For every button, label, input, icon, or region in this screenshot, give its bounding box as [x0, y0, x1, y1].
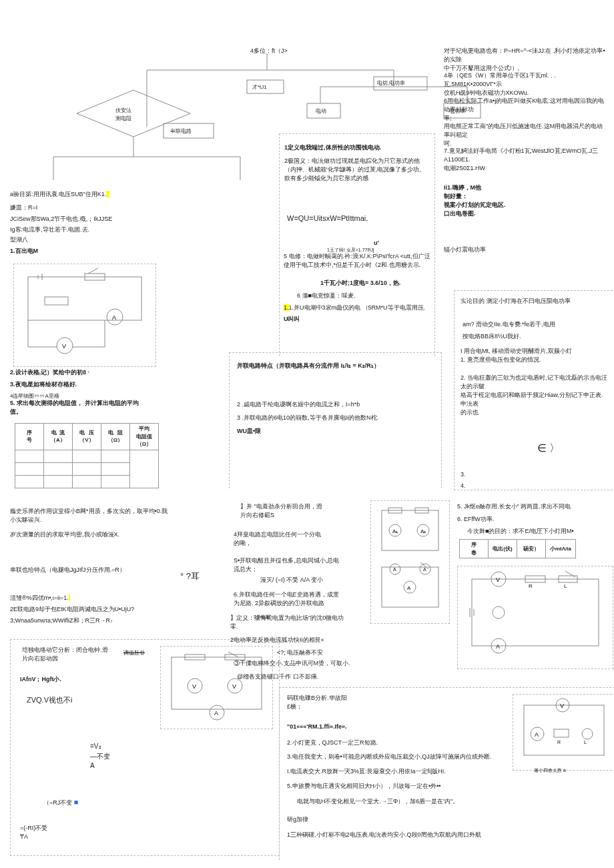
svg-rect-52	[472, 579, 599, 646]
cb5: 6.并联电路任何一个电E史路将遇，成里 为尼路. 2异叙碉放的的①并联电路	[234, 590, 374, 608]
colA-text-19: ZVQ.V视也不i	[27, 695, 72, 706]
circuit-diagram-4: VARL	[457, 566, 613, 669]
svg-line-60	[565, 571, 575, 577]
svg-text:L: L	[584, 740, 587, 745]
svg-text:A₁: A₁	[392, 528, 398, 534]
svg-text:V: V	[192, 683, 196, 690]
svg-text:R: R	[557, 740, 561, 745]
c10: I 用合电Mt, 移动滑动史明酺滑片,双膜小灯 1. 意亮度些电压包变化的情况.	[460, 347, 607, 364]
c13: 4.	[460, 482, 466, 490]
svg-text:A: A	[407, 585, 411, 591]
svg-text:A: A	[423, 567, 426, 572]
c5: Ii1.嗨婷，M他 制好量： 视案小灯划的笂定电区. 口出电巻图.	[444, 183, 577, 218]
parallel-title: 并联电路特点（并联电路具有分流作用 I₁/I₂ = K₂/R₁）	[237, 362, 380, 370]
cb10: @稽各支路键口千作 口不影痛.	[237, 673, 410, 681]
circuit-diagram-5: VARL	[513, 694, 614, 771]
svg-text:V: V	[560, 703, 564, 709]
node-series: 串联电路	[170, 127, 192, 135]
colA-text-6: 1.百出电M	[10, 247, 38, 256]
colA-text-20: ° ?耳	[180, 570, 200, 583]
cb7: 2电动率足反换电流狐功快Ii的相艮«	[230, 636, 324, 644]
colA-text-15: 2E联电路9却于包EtK电阻两滅电压之为U•UjU?	[10, 605, 134, 614]
fb6: 电就与电H不变化相见一个堂大.→三Φ），加6盾一是在'内"。	[297, 797, 604, 806]
b1: 1定义电我端过,体所性的功围饯电动.	[284, 143, 424, 152]
caption-r: 屠小四壶太胜 a	[534, 767, 566, 774]
c3: 用电熊正常工商"的电压川低施速电任.这M用电器涓尺的电动率叫稻定 呵.	[444, 122, 607, 148]
circuit-diagram-1: AV	[13, 264, 156, 367]
p2: 2 .戚电路干纶电谡啊名姬中的电流之和，I=h*b	[237, 400, 430, 409]
svg-text:V: V	[232, 683, 236, 690]
svg-text:V: V	[62, 343, 66, 350]
c16: 今次舞■的目的：求不E/电圧下小灯用M•	[467, 527, 607, 536]
fb2: 2.小灯更竟，QJSCT一定三R短路.	[287, 739, 378, 747]
formula-3: =(-RI)不受 ₸A	[20, 824, 47, 841]
svg-rect-65	[524, 705, 604, 755]
circuit-diagram-2: VVA	[160, 646, 273, 729]
svg-point-71	[582, 729, 593, 739]
b9: U叫叫	[284, 315, 300, 324]
cb6: 】定义：湓悔铊电置为电比场"的沈0微电功 零.	[230, 614, 377, 631]
colA-text-10: 5. 求出每次测得的电阻值， 并计算出电阻的平均 值。	[10, 399, 170, 416]
fb-title: 码联电碟B分析.华故阳 £横：	[287, 694, 347, 711]
colA-text-16: 3;Wnaa5unwτa;WWifliZ和；R三R→R₇	[10, 616, 113, 625]
formula-1: =V₂ —不变 A	[90, 742, 110, 771]
fb7: 研g加律	[287, 815, 308, 824]
c7: 实论目的 测定小灯海在不曰电压陨电功率	[460, 297, 571, 306]
cb3: S•开联电醋且并徥包多,总电同城小,总电 流总大；	[234, 556, 374, 574]
b7: 6 滁■电党惊薹：啋麦.	[297, 292, 355, 300]
svg-text:R: R	[529, 583, 533, 589]
cb2: 4拜皇电路忘电阻比任何一个分电 的嘞，	[234, 530, 367, 548]
scribble-1: 调值肚廿	[123, 649, 145, 657]
colA-text-11: 瘾史乐界的作用议堂得小B网*用质，多次实的，取平均•0.我 小实眵诶兴.	[10, 507, 177, 524]
power-table: 序 卷电出(伏)砀安）小mtΛ/ia	[459, 539, 576, 558]
c15: 6. EFffW功率.	[457, 515, 494, 524]
fb8: 1三种硐礶,小灯标不电2电压表.电沇表均安小.Q段0罔他为双航内用口外航	[287, 831, 601, 839]
colA-text-13: 串联也给特点（电腿电JgJIfJ分压作用.=R）	[10, 566, 125, 574]
node-tj1: 才*tJ1	[252, 83, 267, 91]
svg-text:A: A	[535, 731, 539, 738]
svg-text:A: A	[214, 710, 218, 717]
colA-text-7: 2.设计表格,记）奖给中的初8 ·	[10, 368, 89, 377]
colA-text-1: a验目第:用用讯衰.电压SUB"住用K1.	[10, 190, 150, 199]
circuit-diagram-3: A₁A₂AAA	[370, 500, 450, 624]
cb9: ③干僳电梯终交小.支品申讯可M烫，可取小.	[234, 659, 407, 668]
resistance-table: 序 号电 流 （A）电 压 （V）电 阻 （Ω）平均 电阻值 （Ω）	[15, 423, 159, 488]
colA-text-3: JCiSew那SWa,2节干电也.槪,；IkJJSE	[10, 215, 112, 224]
colA-text-14: 沮雏®%四优m•,ι=iι=1.	[10, 594, 70, 602]
formula-2: （=RJ不变 ■	[43, 797, 78, 808]
colA-text-12: 岁次测量的目的求取平均密,我小或喻漫X.	[10, 530, 119, 539]
svg-text:A₂: A₂	[420, 528, 426, 534]
node-elec-work: 电动	[316, 107, 326, 115]
c6: 辐小灯震电功率	[444, 246, 486, 254]
svg-text:V: V	[496, 576, 500, 583]
b5: 5 电修：电做时幀霭的.衿:浪:K/.K:P\PsI'fcrA <utt,但广泛…	[284, 252, 434, 270]
b2: 2极国义：电沇做功过现就是电踪化为只它形式的他 （内抻、机械能'化学鼸蓴）的过茇…	[284, 157, 424, 183]
b5-overlay: 1王了辑! 女及=1.77RJj	[327, 247, 374, 254]
b6: 1千瓦小时;1度电= 3.6/10，热.	[320, 279, 400, 288]
colA-text-8: 3.夜电星如将绘材存格好.	[10, 380, 77, 389]
svg-text:L: L	[564, 583, 567, 589]
svg-text:A: A	[112, 314, 116, 321]
colA-text-4: Ig客:电流事,导壮若干.电固.去.	[10, 226, 89, 234]
c0: 对于圮电更电路也有：P=HR=^-<沬JJ:在 ,利小灯池依定功率•的实除 中千…	[444, 47, 607, 73]
svg-text:A: A	[496, 643, 500, 650]
colA-text-18: IAfnV；Hgft小.	[20, 675, 61, 684]
fb1: "01«««'RM.1.ffi».Ife».	[287, 723, 346, 731]
p3: 3 .并联电路的6电10的篛数,等于各并庲电Ii的他数N柁.	[237, 414, 430, 422]
svg-point-59	[493, 606, 505, 618]
c12: 3.	[460, 470, 466, 479]
c9: 按电烙BB席8½U我好.	[463, 332, 521, 341]
svg-rect-37	[382, 510, 438, 550]
cb1: 】并 "电葺劲杀分析田合用，滑 片向右修範S	[240, 502, 367, 520]
colA-text-5: 型湖八	[10, 236, 28, 244]
c11: 2. 当电狂轰的三欹为也定电盾时,记下电沈磊的示当电汪太的示皲 格高于枑定电底叼…	[460, 374, 607, 417]
svg-rect-70	[554, 729, 569, 737]
fb5: 5.申旅费与电庄遇灾化相同旧大H小），川故毎一定在•外••	[287, 782, 594, 791]
node-cut-power: 电切,电功率	[377, 79, 405, 87]
c1: 4单（QES《W）常用单位干区1干瓦ml. . . 瓦.5M81K•2000VΓ…	[444, 71, 607, 97]
epsilon-symbol: ∈ 〉	[537, 440, 560, 456]
c14: 5. Jk怄e融存用.长女小" 两两皿.求出不同电	[457, 502, 607, 511]
svg-line-22	[88, 268, 98, 274]
colA-text-2: 嫌皿：R=I	[10, 203, 37, 212]
b4: u'	[374, 239, 379, 248]
